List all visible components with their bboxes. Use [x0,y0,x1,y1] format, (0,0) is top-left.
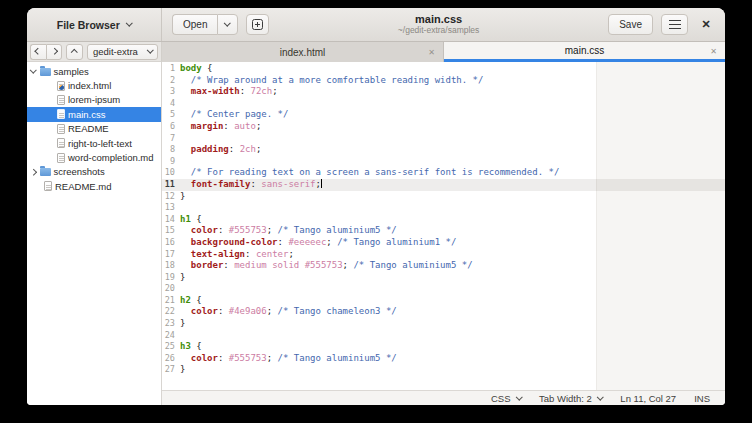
file-label: right-to-left-text [68,138,132,149]
open-recent-dropdown[interactable] [217,14,238,35]
language-label: CSS [491,393,511,404]
file-item-main.css[interactable]: main.css [27,107,161,121]
markdown-file-icon [57,153,65,163]
file-label: index.html [68,80,111,91]
text-file-icon [57,138,65,148]
code-line: 12} [162,191,725,203]
file-item-README.md[interactable]: README.md [27,179,161,193]
folder-icon [40,68,51,76]
line-text: h2 { [180,295,202,307]
line-text: padding: 2ch; [180,144,261,156]
file-browser-toggle[interactable]: File Browser [51,16,138,34]
line-number: 20 [162,283,178,295]
code-line: 20 [162,283,725,295]
code-line: 4 [162,98,725,110]
html-file-icon [57,81,65,91]
line-number: 10 [162,167,178,179]
line-number: 5 [162,109,178,121]
file-item-samples[interactable]: samples [27,64,161,78]
window-close-button[interactable] [694,13,718,37]
line-number: 23 [162,318,178,330]
line-number: 6 [162,121,178,133]
open-label: Open [183,19,207,30]
chevron-right-icon [51,48,57,54]
file-item-README[interactable]: README [27,122,161,136]
line-number: 8 [162,144,178,156]
line-text: margin: auto; [180,121,261,133]
header-sidebar-section: File Browser [27,8,162,41]
text-file-icon [57,109,65,119]
line-number: 4 [162,98,178,110]
line-text: color: #555753; /* Tango aluminium5 */ [180,353,397,365]
new-tab-button[interactable] [246,14,269,35]
location-dropdown[interactable]: gedit-extra [87,44,158,60]
chevron-down-icon [126,20,132,26]
line-number: 14 [162,214,178,226]
save-label: Save [619,19,642,30]
line-text: text-align: center; [180,249,294,261]
back-button[interactable] [30,44,46,60]
code-line: 18 border: medium solid #555753; /* Tang… [162,260,725,272]
line-number: 26 [162,353,178,365]
line-text: color: #4e9a06; /* Tango chameleon3 */ [180,306,397,318]
tab-width-label: Tab Width: 2 [539,393,592,404]
file-item-lorem-ipsum[interactable]: lorem-ipsum [27,93,161,107]
line-text: background-color: #eeeeec; /* Tango alum… [180,237,456,249]
line-number: 18 [162,260,178,272]
line-number: 9 [162,156,178,168]
tab-bar: index.htmlmain.css [162,42,725,62]
line-number: 24 [162,330,178,342]
chevron-right-icon[interactable] [30,169,36,175]
menu-button[interactable] [661,14,688,35]
open-button[interactable]: Open [172,14,217,35]
code-line: 10 /* For reading text on a screen a san… [162,167,725,179]
text-editor[interactable]: 1body {2 /* Wrap around at a more comfor… [162,62,725,390]
tab-index.html[interactable]: index.html [162,42,444,62]
markdown-file-icon [44,181,52,191]
line-text: } [180,191,185,203]
tab-main.css[interactable]: main.css [444,42,725,62]
line-number: 3 [162,86,178,98]
line-number: 22 [162,306,178,318]
chevron-left-icon [35,48,41,54]
tab-close-icon[interactable] [710,46,717,55]
forward-button[interactable] [46,44,62,60]
file-browser-toolbar: gedit-extra [27,42,162,62]
input-mode: INS [685,393,719,404]
file-label: word-completion.md [68,152,154,163]
code-line: 27} [162,364,725,376]
header-main-section: Open main.css ~/gedit-extra/samples Save [162,8,725,41]
location-label: gedit-extra [93,46,138,57]
chevron-down-icon[interactable] [30,67,36,73]
chevron-up-icon [71,50,77,56]
line-text: font-family: sans-serif; [180,179,322,191]
line-number: 19 [162,272,178,284]
tab-width-selector[interactable]: Tab Width: 2 [530,393,611,404]
hamburger-icon [669,20,681,22]
file-item-right-to-left-text[interactable]: right-to-left-text [27,136,161,150]
tab-close-icon[interactable] [428,48,435,57]
main-area: samplesindex.htmllorem-ipsummain.cssREAD… [27,62,725,405]
line-number: 17 [162,249,178,261]
editor-column: 1body {2 /* Wrap around at a more comfor… [162,62,725,405]
language-selector[interactable]: CSS [482,393,530,404]
text-file-icon [57,124,65,134]
save-button[interactable]: Save [608,14,653,35]
line-number: 7 [162,133,178,145]
file-item-word-completion.md[interactable]: word-completion.md [27,150,161,164]
file-item-screenshots[interactable]: screenshots [27,165,161,179]
code-line: 9 [162,156,725,168]
file-item-index.html[interactable]: index.html [27,78,161,92]
line-text: max-width: 72ch; [180,86,278,98]
up-directory-button[interactable] [66,44,83,60]
code-line: 14h1 { [162,214,725,226]
chevron-down-icon [147,47,153,53]
code-line: 24 [162,330,725,342]
file-label: samples [54,66,89,77]
line-number: 12 [162,191,178,203]
line-text: /* For reading text on a screen a sans-s… [180,167,559,179]
code-line: 26 color: #555753; /* Tango aluminium5 *… [162,353,725,365]
gedit-window: File Browser Open main.css ~/gedit-extra… [27,8,725,405]
code-line: 15 color: #555753; /* Tango aluminium5 *… [162,225,725,237]
line-number: 11 [162,179,178,191]
